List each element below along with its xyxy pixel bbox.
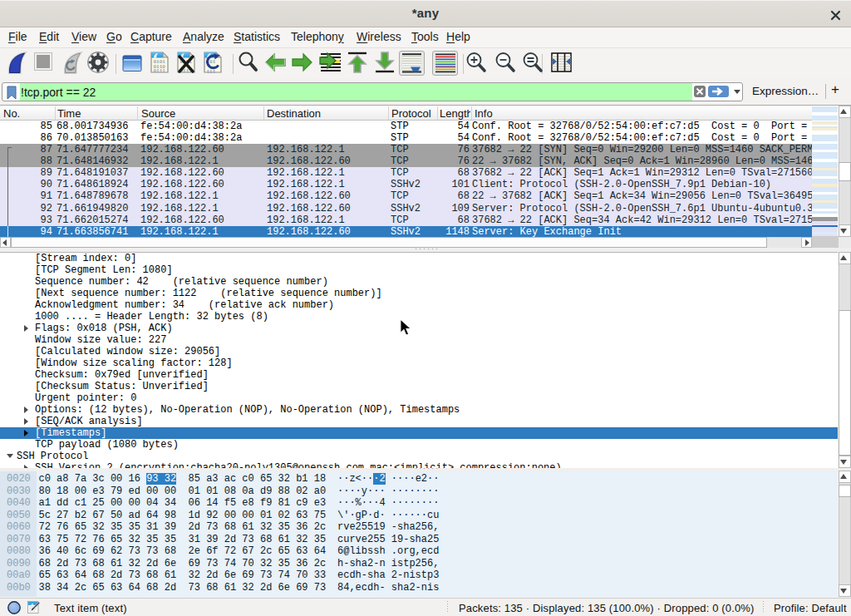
svg-text:0111: 0111	[154, 68, 166, 73]
svg-text:111: 111	[207, 69, 216, 74]
